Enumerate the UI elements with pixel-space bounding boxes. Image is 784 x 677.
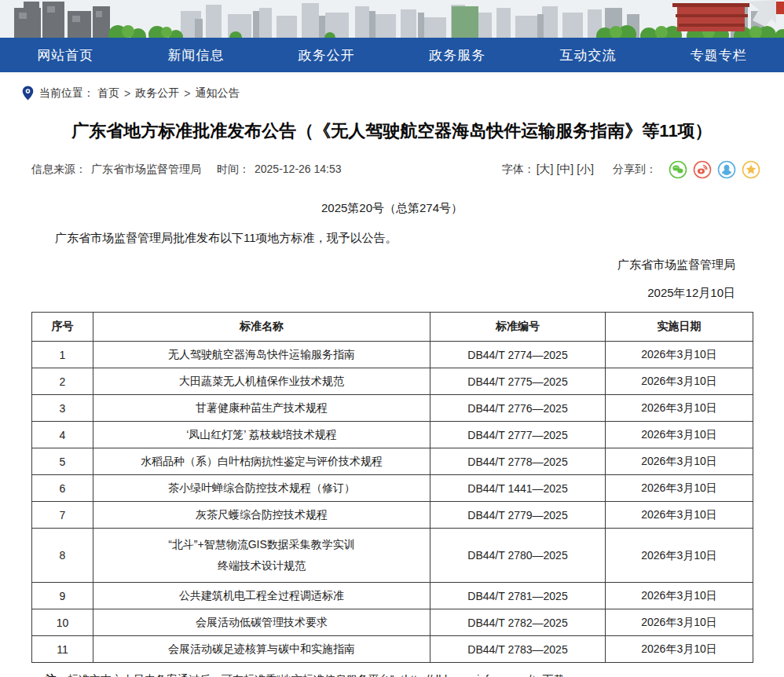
- nav-item-services[interactable]: 政务服务: [392, 38, 522, 72]
- cell-name: 无人驾驶航空器海岛快件运输服务指南: [93, 342, 430, 368]
- table-row: 5 水稻品种（系）白叶枯病抗性鉴定与评价技术规程 DB44/T 2778—202…: [32, 448, 753, 475]
- source-label: 信息来源：: [31, 163, 86, 175]
- table-row: 11 会展活动碳足迹核算与碳中和实施指南 DB44/T 2783—2025 20…: [32, 636, 753, 663]
- table-row-highlighted: 9 公共建筑机电工程全过程调适标准 DB44/T 2781—2025 2026年…: [32, 583, 753, 609]
- cell-code: DB44/T 2781—2025: [430, 583, 606, 609]
- cell-name: 甘薯健康种苗生产技术规程: [93, 395, 430, 422]
- location-pin-icon: [22, 86, 34, 101]
- cell-no: 1: [32, 342, 93, 368]
- cell-date: 2026年3月10日: [606, 475, 753, 502]
- site-banner: [0, 0, 784, 38]
- cell-code: DB44/T 2774—2025: [430, 342, 606, 368]
- breadcrumb-gov-open[interactable]: 政务公开: [135, 86, 179, 101]
- cell-date: 2026年3月10日: [606, 368, 753, 395]
- table-row: 1 无人驾驶航空器海岛快件运输服务指南 DB44/T 2774—2025 202…: [32, 342, 753, 368]
- font-share-controls: 字体： [大] [中] [小] 分享到：: [502, 160, 760, 179]
- font-size-medium-button[interactable]: [中]: [556, 163, 573, 177]
- qzone-share-icon[interactable]: [742, 160, 760, 179]
- nav-item-topics[interactable]: 专题专栏: [654, 38, 784, 72]
- cell-date: 2026年3月10日: [606, 448, 753, 475]
- wechat-share-icon[interactable]: [669, 160, 687, 179]
- weibo-share-icon[interactable]: [693, 160, 712, 179]
- page-title: 广东省地方标准批准发布公告（《无人驾驶航空器海岛快件运输服务指南》等11项）: [0, 119, 784, 143]
- cell-name: 灰茶尺蠖综合防控技术规程: [93, 502, 430, 529]
- cell-name: 会展活动低碳管理技术要求: [93, 609, 430, 636]
- main-nav: 网站首页 新闻信息 政务公开 政务服务 互动交流 专题专栏: [0, 38, 784, 72]
- cell-no: 7: [32, 502, 93, 529]
- table-row: 6 茶小绿叶蝉综合防控技术规程（修订） DB44/T 1441—2025 202…: [32, 475, 753, 502]
- header-no: 序号: [32, 313, 93, 342]
- nav-item-gov-open[interactable]: 政务公开: [262, 38, 392, 72]
- font-size-label: 字体：: [502, 163, 535, 177]
- issue-date: 2025年12月10日: [0, 286, 784, 301]
- breadcrumb-label: 当前位置：: [39, 86, 94, 101]
- cell-no: 3: [32, 395, 93, 422]
- cell-date: 2026年3月10日: [606, 502, 753, 529]
- cell-date: 2026年3月10日: [606, 422, 753, 448]
- cell-no: 4: [32, 422, 93, 448]
- header-name: 标准名称: [93, 313, 430, 342]
- announcement-body: 广东省市场监督管理局批准发布以下11项地方标准，现予以公告。: [0, 231, 784, 246]
- table-row: 4 ‘凤山红灯笼’ 荔枝栽培技术规程 DB44/T 2777—2025 2026…: [32, 422, 753, 448]
- time-value: 2025-12-26 14:53: [255, 163, 342, 175]
- cell-name: 大田蔬菜无人机植保作业技术规范: [93, 368, 430, 395]
- article-source-time: 信息来源：广东省市场监督管理局时间：2025-12-26 14:53: [31, 163, 346, 177]
- cell-name: 公共建筑机电工程全过程调适标准: [93, 583, 430, 609]
- table-row: 7 灰茶尺蠖综合防控技术规程 DB44/T 2779—2025 2026年3月1…: [32, 502, 753, 529]
- cell-no: 2: [32, 368, 93, 395]
- cell-name: 茶小绿叶蝉综合防控技术规程（修订）: [93, 475, 430, 502]
- cell-name: 会展活动碳足迹核算与碳中和实施指南: [93, 636, 430, 663]
- cell-code: DB44/T 2783—2025: [430, 636, 606, 663]
- cell-date: 2026年3月10日: [606, 636, 753, 663]
- qq-share-icon[interactable]: [717, 160, 736, 179]
- cell-code: DB44/T 2779—2025: [430, 502, 606, 529]
- cell-no: 11: [32, 636, 93, 663]
- article-meta-bar: 信息来源：广东省市场监督管理局时间：2025-12-26 14:53 字体： […: [0, 160, 784, 179]
- cell-no: 8: [32, 529, 93, 583]
- cell-code: DB44/T 2782—2025: [430, 609, 606, 636]
- breadcrumb-home[interactable]: 首页: [97, 86, 119, 101]
- cell-name: 水稻品种（系）白叶枯病抗性鉴定与评价技术规程: [93, 448, 430, 475]
- cell-date: 2026年3月10日: [606, 609, 753, 636]
- nav-item-home[interactable]: 网站首页: [0, 38, 130, 72]
- footnote-text: 标准文本六十日内备案通过后，可在标准委“地方标准信息服务平台”（http://d…: [68, 673, 575, 677]
- cell-no: 5: [32, 448, 93, 475]
- table-row: 2 大田蔬菜无人机植保作业技术规范 DB44/T 2775—2025 2026年…: [32, 368, 753, 395]
- breadcrumb-separator: >: [124, 87, 130, 100]
- footnote-label: 注：: [46, 673, 68, 677]
- table-row: 8 “北斗”+智慧物流GIS数据采集教学实训 终端技术设计规范 DB44/T 2…: [32, 529, 753, 583]
- cityscape-banner-image: [0, 0, 784, 38]
- cell-code: DB44/T 2775—2025: [430, 368, 606, 395]
- time-label: 时间：: [217, 163, 250, 175]
- nav-item-news[interactable]: 新闻信息: [130, 38, 261, 72]
- cell-code: DB44/T 2777—2025: [430, 422, 606, 448]
- cell-no: 10: [32, 609, 93, 636]
- nav-item-interact[interactable]: 互动交流: [522, 38, 653, 72]
- cell-date: 2026年3月10日: [606, 583, 753, 609]
- share-label: 分享到：: [613, 163, 657, 177]
- standards-table: 序号 标准名称 标准编号 实施日期 1 无人驾驶航空器海岛快件运输服务指南 DB…: [31, 312, 753, 663]
- footnote: 注：标准文本六十日内备案通过后，可在标准委“地方标准信息服务平台”（http:/…: [0, 673, 784, 677]
- header-date: 实施日期: [606, 313, 753, 342]
- cell-name: ‘凤山红灯笼’ 荔枝栽培技术规程: [93, 422, 430, 448]
- cell-code: DB44/T 2778—2025: [430, 448, 606, 475]
- header-code: 标准编号: [430, 313, 606, 342]
- font-size-small-button[interactable]: [小]: [577, 163, 594, 177]
- font-size-large-button[interactable]: [大]: [537, 163, 554, 177]
- cell-date: 2026年3月10日: [606, 395, 753, 422]
- breadcrumb: 当前位置： 首页 > 政务公开 > 通知公告: [0, 72, 784, 101]
- breadcrumb-separator: >: [184, 87, 190, 100]
- table-header-row: 序号 标准名称 标准编号 实施日期: [32, 313, 753, 342]
- cell-no: 6: [32, 475, 93, 502]
- document-number: 2025第20号（总第274号）: [0, 201, 784, 216]
- source-value: 广东省市场监督管理局: [91, 163, 201, 175]
- cell-date: 2026年3月10日: [606, 529, 753, 583]
- issuer-name: 广东省市场监督管理局: [0, 258, 784, 273]
- table-row: 10 会展活动低碳管理技术要求 DB44/T 2782—2025 2026年3月…: [32, 609, 753, 636]
- cell-code: DB44/T 2776—2025: [430, 395, 606, 422]
- breadcrumb-notices[interactable]: 通知公告: [195, 86, 239, 101]
- table-row: 3 甘薯健康种苗生产技术规程 DB44/T 2776—2025 2026年3月1…: [32, 395, 753, 422]
- cell-code: DB44/T 1441—2025: [430, 475, 606, 502]
- cell-code: DB44/T 2780—2025: [430, 529, 606, 583]
- cell-no: 9: [32, 583, 93, 609]
